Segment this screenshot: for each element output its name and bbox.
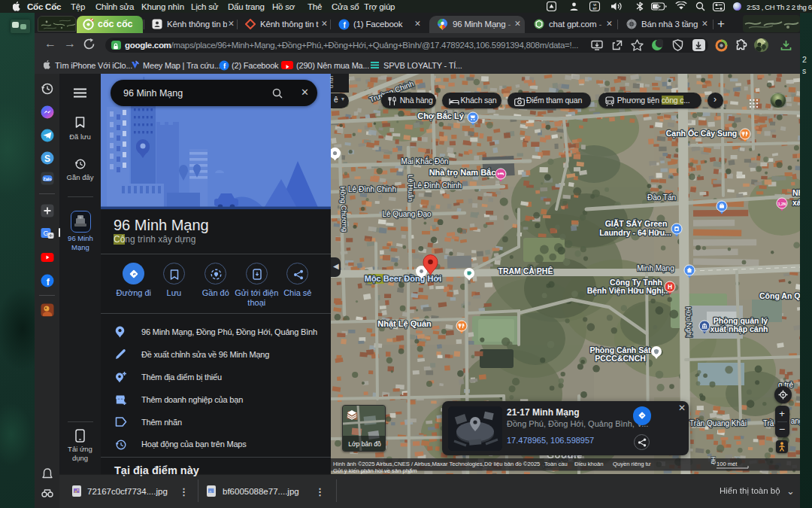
- svg-text:Trầ: Trầ: [763, 419, 774, 427]
- svg-text:Cạnh Ốc Cây Sung: Cạnh Ốc Cây Sung: [666, 128, 738, 138]
- svg-text:Laundry - 64 Hữu...: Laundry - 64 Hữu...: [599, 228, 671, 237]
- svg-text:Trần Quang Khải: Trần Quang Khải: [689, 419, 747, 427]
- svg-text:Điều khoản: Điều khoản: [574, 461, 603, 467]
- svg-text:ST: ST: [592, 7, 597, 11]
- svg-text:Minh Mạng: Minh Mạng: [637, 264, 674, 272]
- svg-text:Lê Đình Chinh: Lê Đình Chinh: [414, 181, 462, 190]
- svg-text:Hữ: Hữ: [710, 456, 717, 465]
- svg-text:xá: xá: [792, 198, 800, 207]
- svg-text:Toàn cầu: Toàn cầu: [544, 461, 568, 467]
- svg-text:Lê Huấn: Lê Huấn: [407, 175, 415, 202]
- svg-text:Nh: Nh: [792, 188, 800, 197]
- svg-text:Mai Khắc Đôn: Mai Khắc Đôn: [401, 157, 449, 166]
- svg-text:Zalo: Zalo: [43, 177, 52, 181]
- svg-text:VI: VI: [593, 3, 596, 7]
- svg-text:Quyền riêng tư: Quyền riêng tư: [613, 461, 651, 467]
- svg-text:PCCC&CNCH: PCCC&CNCH: [595, 354, 646, 363]
- svg-text:Công An Quả: Công An Quả: [759, 291, 800, 300]
- svg-text:Bệnh Viện Hữu Nghị...: Bệnh Viện Hữu Nghị...: [587, 286, 671, 296]
- svg-text:100 mét: 100 mét: [717, 461, 738, 467]
- svg-text:TRAM CÀ PHÊ: TRAM CÀ PHÊ: [498, 266, 553, 275]
- svg-text:Nhật Lệ Quán: Nhật Lệ Quán: [377, 319, 432, 329]
- svg-text:Đào Tấn: Đào Tấn: [647, 193, 676, 202]
- svg-text:Hữu Nghị: Hữu Nghị: [684, 306, 693, 337]
- svg-text:1,2N: 1,2N: [778, 201, 786, 205]
- svg-text:Gửi ý kiến phản hồi về sản phẩ: Gửi ý kiến phản hồi về sản phẩm: [333, 467, 417, 473]
- svg-text:Mộc Beer Đồng Hới: Mộc Beer Đồng Hới: [365, 274, 442, 284]
- svg-text:xuất nhập cảnh: xuất nhập cảnh: [710, 324, 768, 334]
- svg-text:S: S: [44, 154, 50, 164]
- svg-text:H: H: [668, 283, 672, 291]
- svg-text:Lê Đình Chinh: Lê Đình Chinh: [348, 185, 396, 193]
- svg-text:Nhà trọ Nam Bắc: Nhà trọ Nam Bắc: [429, 168, 496, 178]
- svg-text:Lê Quang Đạo: Lê Quang Đạo: [382, 210, 431, 218]
- svg-text:G: G: [43, 230, 48, 237]
- svg-text:ang: ang: [791, 417, 800, 425]
- svg-text:Chợ Bắc Lý: Chợ Bắc Lý: [417, 111, 464, 121]
